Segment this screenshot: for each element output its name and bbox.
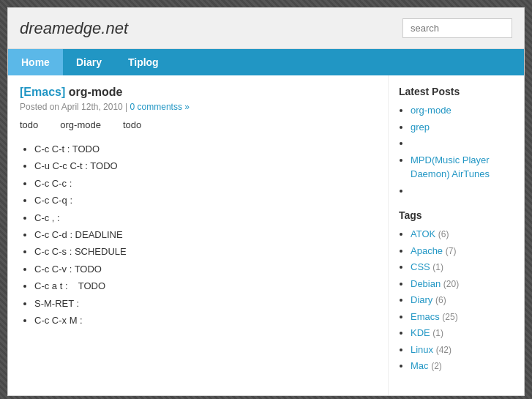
post-list: C-c C-t : TODO C-u C-c C-t : TODO C-c C-… (34, 141, 376, 329)
tag-link[interactable]: Debian (411, 278, 441, 289)
tag-link[interactable]: Apache (411, 245, 443, 256)
tag-count: (7) (446, 246, 457, 256)
latest-posts-title: Latest Posts (399, 86, 514, 97)
latest-posts-list: org-mode grep MPD(Music Player Daemon) A… (411, 103, 514, 198)
list-item: C-u C-c C-t : TODO (34, 157, 376, 174)
tag-link[interactable]: Emacs (411, 311, 440, 322)
tag-item: Emacs (25) (411, 310, 514, 324)
tag-count: (20) (443, 279, 459, 289)
tag-count: (6) (438, 229, 449, 239)
nav-diary[interactable]: Diary (63, 49, 115, 75)
list-item: C-c C-q : (34, 192, 376, 209)
tag-count: (1) (432, 262, 443, 272)
latest-post-link[interactable] (411, 138, 413, 149)
list-item: C-c , : (34, 209, 376, 226)
tag-count: (2) (431, 361, 442, 371)
tag-link[interactable]: Linux (411, 344, 433, 355)
tag-item: Debian (20) (411, 277, 514, 291)
nav-home[interactable]: Home (8, 49, 63, 75)
intro-todo-1: todo (20, 119, 38, 130)
list-item: MPD(Music Player Daemon) AirTunes (411, 153, 514, 182)
sidebar: Latest Posts org-mode grep MPD(Music Pla… (389, 75, 524, 395)
list-item: C-c C-v : TODO (34, 261, 376, 277)
latest-post-link[interactable]: grep (411, 122, 430, 133)
tag-count: (42) (436, 345, 452, 355)
list-item: C-c a t : TODO (34, 277, 376, 294)
list-item (411, 136, 514, 151)
latest-post-link[interactable]: MPD(Music Player Daemon) AirTunes (411, 154, 490, 180)
latest-post-link[interactable]: org-mode (411, 105, 452, 116)
tag-item: Linux (42) (411, 343, 514, 357)
tag-count: (1) (432, 328, 443, 338)
tag-link[interactable]: CSS (411, 261, 430, 272)
tags-list: ATOK (6) Apache (7) CSS (1) Debian (20) … (411, 227, 514, 373)
list-item (411, 184, 514, 198)
list-item: S-M-RET : (34, 295, 376, 312)
header: dreamedge.net (8, 8, 524, 49)
tag-item: Apache (7) (411, 244, 514, 258)
page-wrapper: dreamedge.net Home Diary Tiplog [Emacs] … (7, 7, 525, 396)
latest-post-link[interactable] (411, 185, 413, 196)
post-meta: Posted on April 12th, 2010 | 0 commentss… (20, 102, 376, 112)
list-item: C-c C-c : (34, 175, 376, 192)
content-area: [Emacs] org-mode Posted on April 12th, 2… (8, 75, 524, 395)
post-title-text: org-mode (65, 86, 122, 98)
list-item: C-c C-s : SCHEDULE (34, 243, 376, 260)
list-item: C-c C-d : DEADLINE (34, 226, 376, 243)
intro-orgmode: org-mode (60, 119, 101, 130)
search-input[interactable] (402, 18, 512, 38)
nav-tiplog[interactable]: Tiplog (115, 49, 172, 75)
tag-link[interactable]: Diary (411, 294, 432, 305)
tag-item: KDE (1) (411, 326, 514, 340)
post-date: Posted on April 12th, 2010 | (20, 102, 127, 112)
main-content: [Emacs] org-mode Posted on April 12th, 2… (8, 75, 389, 395)
list-item: org-mode (411, 103, 514, 118)
tag-count: (25) (442, 312, 457, 322)
tag-count: (6) (435, 295, 446, 305)
list-item: C-c C-x M : (34, 312, 376, 329)
tag-item: CSS (1) (411, 260, 514, 275)
tag-item: ATOK (6) (411, 227, 514, 242)
site-title: dreamedge.net (20, 19, 128, 38)
post-intro: todo org-mode todo (20, 119, 376, 130)
tag-item: Mac (2) (411, 359, 514, 373)
tag-link[interactable]: KDE (411, 327, 430, 338)
post-title: [Emacs] org-mode (20, 86, 376, 99)
tag-link[interactable]: ATOK (411, 228, 435, 239)
tag-item: Diary (6) (411, 293, 514, 307)
post-comments-link[interactable]: 0 commentss » (130, 102, 190, 112)
nav-bar: Home Diary Tiplog (8, 49, 524, 75)
intro-todo-2: todo (123, 119, 141, 130)
list-item: grep (411, 120, 514, 135)
list-item: C-c C-t : TODO (34, 141, 376, 157)
tags-title: Tags (399, 209, 514, 221)
post-tag-link[interactable]: [Emacs] (20, 86, 65, 98)
tag-link[interactable]: Mac (411, 360, 429, 371)
